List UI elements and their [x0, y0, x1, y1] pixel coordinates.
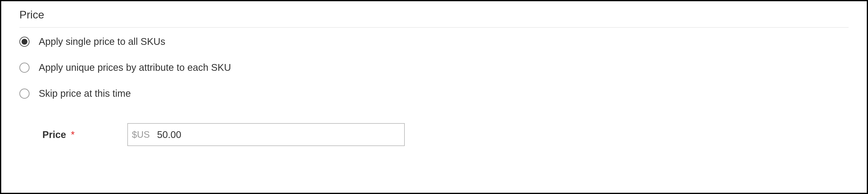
radio-apply-single-price[interactable]: Apply single price to all SKUs	[20, 36, 848, 47]
section-title: Price	[20, 8, 848, 28]
radio-icon	[20, 62, 30, 73]
price-field-label: Price	[42, 129, 66, 140]
price-field-row: Price * $US	[42, 123, 848, 146]
price-input[interactable]	[127, 123, 405, 146]
radio-icon	[20, 37, 30, 47]
price-mode-radio-group: Apply single price to all SKUs Apply uni…	[20, 36, 848, 99]
radio-label: Apply unique prices by attribute to each…	[39, 62, 231, 73]
radio-skip-price[interactable]: Skip price at this time	[20, 88, 848, 99]
price-input-wrap: $US	[127, 123, 405, 146]
radio-apply-unique-prices[interactable]: Apply unique prices by attribute to each…	[20, 62, 848, 73]
radio-icon	[20, 88, 30, 99]
radio-dot-icon	[22, 39, 27, 45]
radio-label: Apply single price to all SKUs	[39, 36, 165, 47]
required-indicator-icon: *	[71, 129, 75, 140]
radio-label: Skip price at this time	[39, 88, 131, 99]
price-panel: Price Apply single price to all SKUs App…	[0, 0, 868, 194]
